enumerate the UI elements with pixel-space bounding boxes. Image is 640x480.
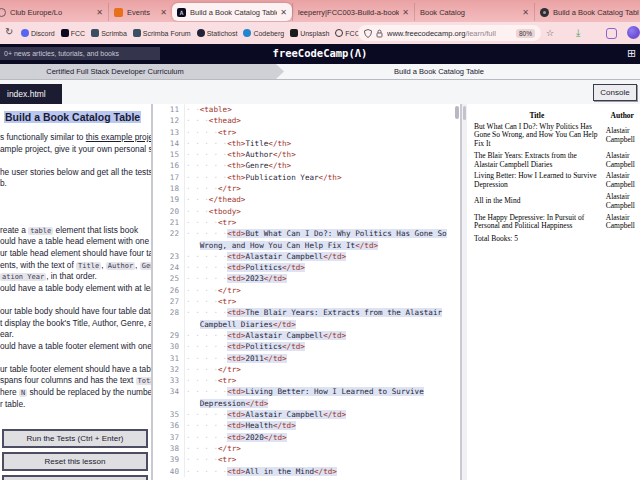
code-segment: <tbody> bbox=[209, 207, 241, 216]
code-text: · · · · ·<td>Alastair Campbell</td> bbox=[185, 251, 346, 262]
code-line[interactable]: 20· · ·<tbody> bbox=[153, 206, 460, 217]
bookmark-item[interactable]: Codeberg bbox=[243, 29, 284, 37]
code-line[interactable]: 37· · · · ·<td>2020</td> bbox=[153, 432, 460, 443]
editor-scrollbar[interactable] bbox=[455, 106, 459, 119]
preview-footer-cell: Total Books: 5 bbox=[471, 233, 640, 245]
close-tab-icon[interactable]: ✕ bbox=[280, 8, 287, 17]
code-text: · · · · ·<td>The Blair Years: Extracts f… bbox=[185, 307, 442, 318]
instruction-text: element that lists book bbox=[53, 225, 138, 235]
search-input[interactable]: 0+ news articles, tutorials, and books bbox=[0, 47, 160, 60]
code-line[interactable]: 25· · · · ·<td>2023</td> bbox=[153, 273, 460, 284]
code-line[interactable]: 32· · · ·</tr> bbox=[153, 364, 460, 375]
extension-icon[interactable] bbox=[606, 28, 617, 39]
indent-guides: · · · · · bbox=[186, 229, 227, 238]
close-tab-icon[interactable]: ✕ bbox=[96, 8, 103, 17]
code-line[interactable]: 35· · · · ·<td>Alastair Campbell</td> bbox=[153, 409, 460, 420]
code-text: · · ·<thead> bbox=[185, 115, 241, 126]
code-line[interactable]: 36· · · · ·<td>Health</td> bbox=[153, 420, 460, 431]
line-number: 31 bbox=[153, 353, 185, 364]
instruction-line bbox=[0, 190, 151, 202]
address-bar[interactable]: www.freecodecamp.org/learn/full 80% bbox=[358, 25, 541, 41]
bookmark-item[interactable]: Discord bbox=[21, 29, 55, 37]
code-line[interactable]: 21· · · ·<tr> bbox=[153, 217, 460, 228]
code-line[interactable]: Wrong, and How You Can Help Fix It</td> bbox=[153, 240, 460, 251]
bookmark-item[interactable]: Statichost bbox=[197, 29, 238, 37]
browser-tab[interactable]: Club Europe/Lo✕ bbox=[0, 3, 108, 21]
bookmark-label: Scrimba bbox=[101, 30, 127, 37]
code-line[interactable]: 12· · ·<thead> bbox=[153, 115, 460, 126]
instruction-line: ents, with the text of Title, Author, Ge… bbox=[0, 260, 151, 272]
line-number: 11 bbox=[153, 104, 185, 115]
code-line[interactable]: 29· · · · ·<td>Alastair Campbell</td> bbox=[153, 330, 460, 341]
code-line[interactable]: Depression</td> bbox=[153, 398, 460, 409]
example-project-link[interactable]: this example project bbox=[86, 132, 151, 142]
reload-icon[interactable]: ↻ bbox=[5, 26, 13, 37]
close-tab-icon[interactable]: ✕ bbox=[522, 8, 529, 17]
browser-tab[interactable]: Book Catalog✕ bbox=[414, 3, 534, 21]
account-avatar[interactable] bbox=[627, 26, 640, 39]
code-line[interactable]: 18· · · ·</tr> bbox=[153, 183, 460, 194]
preview-scrollbar[interactable] bbox=[462, 104, 467, 480]
bookmark-item[interactable]: FCC bbox=[61, 29, 85, 37]
instruction-line: b. bbox=[0, 178, 151, 190]
instruction-text: ents, with the text of bbox=[0, 260, 76, 270]
code-line[interactable]: 33· · · ·<tr> bbox=[153, 375, 460, 386]
instruction-text: here bbox=[0, 387, 19, 397]
console-button[interactable]: Console bbox=[593, 84, 637, 101]
code-segment: </tr> bbox=[218, 184, 241, 193]
hint-button[interactable]: Get a Hint bbox=[2, 475, 148, 480]
bookmark-item[interactable]: Unsplash bbox=[290, 29, 329, 37]
code-line[interactable]: 24· · · · ·<td>Politics</td> bbox=[153, 262, 460, 273]
code-line[interactable]: 11· ·<table> bbox=[153, 104, 460, 115]
bookmark-star-icon[interactable]: ☆ bbox=[546, 28, 554, 38]
downloads-icon[interactable]: ⤓ bbox=[576, 27, 580, 39]
bookmark-item[interactable]: Scrimba Forum bbox=[133, 29, 191, 37]
line-number: 32 bbox=[153, 364, 185, 375]
browser-tab[interactable]: Build a Book Catalog Table | Le bbox=[534, 3, 640, 21]
browser-tab[interactable]: Events✕ bbox=[108, 3, 172, 21]
code-line[interactable]: 22· · · · ·<td>But What Can I Do?: Why P… bbox=[153, 228, 460, 239]
code-editor[interactable]: 11· ·<table>12· · ·<thead>13· · · ·<tr>1… bbox=[153, 104, 462, 480]
code-line[interactable]: 13· · · ·<tr> bbox=[153, 127, 460, 138]
page-zoom-badge[interactable]: 80% bbox=[516, 29, 535, 38]
run-tests-button[interactable]: Run the Tests (Ctrl + Enter) bbox=[2, 429, 148, 448]
line-number: 15 bbox=[153, 149, 185, 160]
code-line[interactable]: 14· · · · ·<th>Title</th> bbox=[153, 138, 460, 149]
code-line[interactable]: 34· · · · ·<td>Living Better: How I Lear… bbox=[153, 386, 460, 397]
code-line[interactable]: 31· · · · ·<td>2011</td> bbox=[153, 353, 460, 364]
code-line[interactable]: 40· · · · ·<td>All in the Mind</td> bbox=[153, 466, 460, 477]
reset-lesson-button[interactable]: Reset this lesson bbox=[2, 452, 148, 471]
code-line[interactable]: 39· · · ·<tr> bbox=[153, 454, 460, 465]
code-line[interactable]: 26· · · ·</tr> bbox=[153, 285, 460, 296]
code-line[interactable]: 30· · · · ·<td>Politics</td> bbox=[153, 341, 460, 352]
code-line[interactable]: 23· · · · ·<td>Alastair Campbell</td> bbox=[153, 251, 460, 262]
instruction-line: here N should be replaced by the number … bbox=[0, 387, 151, 399]
preview-header-cell: Author bbox=[603, 110, 640, 121]
close-tab-icon[interactable]: ✕ bbox=[160, 8, 167, 17]
code-segment: <td>2020</td> bbox=[227, 433, 286, 442]
bookmark-item[interactable]: Scrimba bbox=[91, 29, 127, 37]
preview-pane: TitleAuthorGenreBut What Can I Do?: Why … bbox=[462, 104, 640, 480]
browser-tab[interactable]: leeperry|FCC003-Build-a-book✕ bbox=[292, 3, 414, 21]
close-tab-icon[interactable]: ✕ bbox=[402, 8, 409, 17]
bookmark-label: Scrimba Forum bbox=[143, 30, 191, 37]
file-tab-index-html[interactable]: index.html bbox=[0, 84, 62, 104]
menu-grid-icon[interactable]: ⊞ bbox=[625, 47, 638, 60]
breadcrumb-lesson[interactable]: Build a Book Catalog Table bbox=[394, 64, 484, 79]
code-text: · · · · ·<td>2011</td> bbox=[185, 353, 287, 364]
browser-tab[interactable]: ABuild a Book Catalog Table: Bui✕ bbox=[172, 3, 292, 21]
code-line[interactable]: 27· · · ·<tr> bbox=[153, 296, 460, 307]
breadcrumb-curriculum[interactable]: Certified Full Stack Developer Curriculu… bbox=[0, 64, 284, 79]
code-line[interactable]: 19· · ·</thead> bbox=[153, 194, 460, 205]
lesson-title: Build a Book Catalog Table bbox=[4, 111, 141, 123]
code-line[interactable]: 17· · · · ·<th>Publication Year</th> bbox=[153, 172, 460, 183]
code-line[interactable]: Campbell Diaries</td> bbox=[153, 319, 460, 330]
code-line[interactable]: 38· · · ·</tr> bbox=[153, 443, 460, 454]
code-line[interactable]: 16· · · · ·<th>Genre</th> bbox=[153, 160, 460, 171]
code-line[interactable]: 28· · · · ·<td>The Blair Years: Extracts… bbox=[153, 307, 460, 318]
code-line[interactable]: 15· · · · ·<th>Author</th> bbox=[153, 149, 460, 160]
scrimba-icon bbox=[91, 29, 99, 37]
fcc-logo[interactable]: freeCodeCamp(Λ) bbox=[273, 47, 368, 59]
instruction-line: ould have a table body element with at l… bbox=[0, 283, 151, 295]
instruction-line: t display the book's Title, Author, Genr… bbox=[0, 318, 151, 330]
